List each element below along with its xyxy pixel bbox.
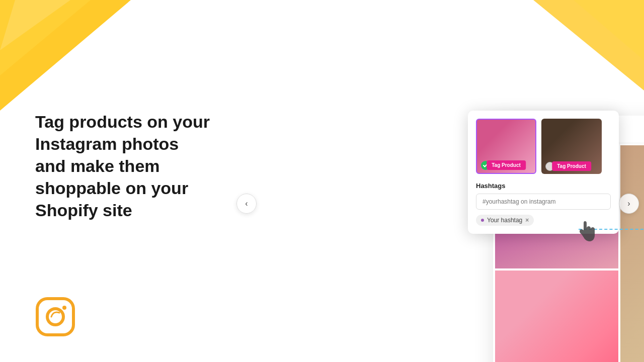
svg-rect-7 <box>37 299 73 335</box>
hashtag-tag: Your hashtag × <box>476 215 534 226</box>
hashtag-dot <box>481 219 484 222</box>
instagram-logo <box>35 297 75 337</box>
svg-point-8 <box>47 309 63 325</box>
hashtag-value: Your hashtag <box>487 217 522 224</box>
hashtags-section: Hashtags Your hashtag × <box>476 182 611 226</box>
prev-arrow[interactable]: ‹ <box>236 194 257 214</box>
headline: Tag products on your Instagram photos an… <box>35 111 211 222</box>
popup-image-2[interactable]: Tag Product <box>541 119 602 174</box>
popup-image-1[interactable]: Tag Product <box>476 119 536 174</box>
grid-item-3[interactable] <box>495 270 618 362</box>
grid-item-2[interactable] <box>620 145 644 362</box>
left-panel: Tag products on your Instagram photos an… <box>0 0 242 362</box>
hashtag-remove[interactable]: × <box>525 217 529 224</box>
tag-product-btn-2[interactable]: Tag Product <box>552 161 591 171</box>
next-arrow[interactable]: › <box>619 194 639 214</box>
svg-point-9 <box>62 306 66 310</box>
popup-card: Tag Product Tag Product Hashtags Your ha… <box>468 111 619 234</box>
app-container: ‹ › Grid Listing Follow us on i SHOP IT <box>247 55 629 352</box>
hashtags-label: Hashtags <box>476 182 611 190</box>
chevron-right-icon: › <box>627 199 630 208</box>
cursor-hand <box>579 221 595 245</box>
popup-images: Tag Product Tag Product <box>476 119 611 174</box>
hashtag-input[interactable] <box>476 194 611 210</box>
chevron-left-icon: ‹ <box>245 199 248 208</box>
tag-product-btn-1[interactable]: Tag Product <box>487 160 526 170</box>
